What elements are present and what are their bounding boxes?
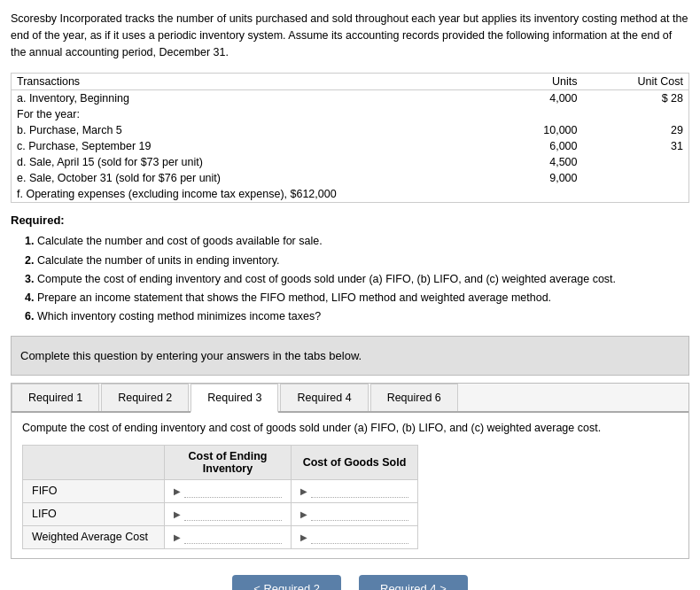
transaction-units: 4,000 (477, 90, 583, 107)
tab-req2[interactable]: Required 2 (101, 384, 189, 411)
triangle-icon: ▶ (174, 509, 181, 519)
row-label: FIFO (23, 479, 165, 502)
cogs-cell[interactable]: ▶ (292, 502, 418, 525)
required-item-num: 3. (25, 273, 34, 285)
required-item: 1. Calculate the number and cost of good… (11, 232, 689, 251)
transaction-unitcost: 29 (583, 122, 689, 138)
tabs-row: Required 1Required 2Required 3Required 4… (12, 384, 688, 413)
required-item: 3. Compute the cost of ending inventory … (11, 270, 689, 289)
transaction-row: c. Purchase, September 19 6,000 31 (12, 138, 689, 154)
transaction-units (477, 106, 583, 122)
triangle-icon: ▶ (300, 486, 307, 496)
transaction-label: f. Operating expenses (excluding income … (12, 186, 477, 203)
tab-req6[interactable]: Required 6 (370, 384, 458, 411)
transaction-row: For the year: (12, 106, 689, 122)
transaction-row: d. Sale, April 15 (sold for $73 per unit… (12, 154, 689, 170)
triangle-icon: ▶ (300, 509, 307, 519)
transaction-label: e. Sale, October 31 (sold for $76 per un… (12, 170, 477, 186)
required-item: 4. Prepare an income statement that show… (11, 289, 689, 307)
table-row: LIFO ▶ ▶ (23, 502, 418, 525)
ending-inventory-cell[interactable]: ▶ (165, 479, 292, 502)
transaction-unitcost (583, 106, 689, 122)
nav-buttons: < Required 2 Required 4 > (11, 575, 689, 591)
next-button[interactable]: Required 4 > (359, 575, 468, 591)
transaction-units: 4,500 (477, 154, 583, 170)
required-item-num: 2. (25, 254, 34, 267)
row-label: Weighted Average Cost (23, 525, 165, 548)
transaction-row: f. Operating expenses (excluding income … (12, 186, 689, 203)
table-row: Weighted Average Cost ▶ ▶ (23, 525, 418, 548)
ending-inventory-input[interactable] (184, 485, 282, 498)
required-item-num: 4. (25, 291, 34, 304)
tab-description: Compute the cost of ending inventory and… (22, 422, 678, 434)
empty-header (23, 445, 165, 479)
data-table: Cost of Ending Inventory Cost of Goods S… (22, 445, 418, 549)
transaction-label: a. Inventory, Beginning (12, 90, 477, 107)
transaction-unitcost (583, 154, 689, 170)
required-item: 6. Which inventory costing method minimi… (11, 307, 689, 326)
ending-inventory-input[interactable] (184, 531, 282, 544)
transaction-row: e. Sale, October 31 (sold for $76 per un… (12, 170, 689, 186)
triangle-icon: ▶ (174, 486, 181, 496)
required-list: 1. Calculate the number and cost of good… (11, 232, 689, 326)
intro-text: Scoresby Incorporated tracks the number … (11, 11, 689, 60)
transaction-units: 10,000 (477, 122, 583, 138)
col-ending-header: Cost of Ending Inventory (165, 445, 292, 479)
col-cogs-header: Cost of Goods Sold (292, 445, 418, 479)
transaction-unitcost: $ 28 (583, 90, 689, 107)
ending-inventory-input[interactable] (184, 508, 282, 521)
required-section: Required: 1. Calculate the number and co… (11, 213, 689, 326)
table-row: FIFO ▶ ▶ (23, 479, 418, 502)
col-units-header: Units (477, 74, 583, 90)
transaction-unitcost (583, 170, 689, 186)
tabs-container: Required 1Required 2Required 3Required 4… (11, 383, 689, 559)
transaction-row: b. Purchase, March 5 10,000 29 (12, 122, 689, 138)
ending-inventory-cell[interactable]: ▶ (165, 502, 292, 525)
transaction-units: 6,000 (477, 138, 583, 154)
tab-req3[interactable]: Required 3 (191, 384, 278, 413)
triangle-icon: ▶ (300, 532, 307, 542)
required-item-num: 1. (25, 235, 34, 247)
col-unitcost-header: Unit Cost (583, 74, 689, 90)
transaction-label: For the year: (12, 106, 477, 122)
prev-button[interactable]: < Required 2 (232, 575, 341, 591)
tab-req1[interactable]: Required 1 (12, 384, 99, 411)
transaction-label: c. Purchase, September 19 (12, 138, 477, 154)
required-item-num: 6. (25, 310, 34, 322)
cogs-cell[interactable]: ▶ (292, 479, 418, 502)
transactions-table: Transactions Units Unit Cost a. Inventor… (11, 73, 689, 203)
tab-content: Compute the cost of ending inventory and… (12, 413, 688, 558)
triangle-icon: ▶ (174, 532, 181, 542)
required-item: 2. Calculate the number of units in endi… (11, 252, 689, 270)
required-title: Required: (11, 213, 689, 227)
transaction-label: b. Purchase, March 5 (12, 122, 477, 138)
transaction-units (477, 186, 583, 203)
transaction-label: d. Sale, April 15 (sold for $73 per unit… (12, 154, 477, 170)
row-label: LIFO (23, 502, 165, 525)
transaction-unitcost: 31 (583, 138, 689, 154)
cogs-input[interactable] (311, 508, 408, 521)
col-transactions-header: Transactions (12, 74, 477, 90)
complete-text: Complete this question by entering your … (20, 349, 362, 362)
transaction-units: 9,000 (477, 170, 583, 186)
complete-box: Complete this question by entering your … (11, 336, 689, 376)
cogs-input[interactable] (311, 485, 408, 498)
cogs-cell[interactable]: ▶ (292, 525, 418, 548)
transaction-row: a. Inventory, Beginning 4,000 $ 28 (12, 90, 689, 107)
transaction-unitcost (583, 186, 689, 203)
cogs-input[interactable] (311, 531, 408, 544)
tab-req4[interactable]: Required 4 (280, 384, 368, 411)
ending-inventory-cell[interactable]: ▶ (165, 525, 292, 548)
